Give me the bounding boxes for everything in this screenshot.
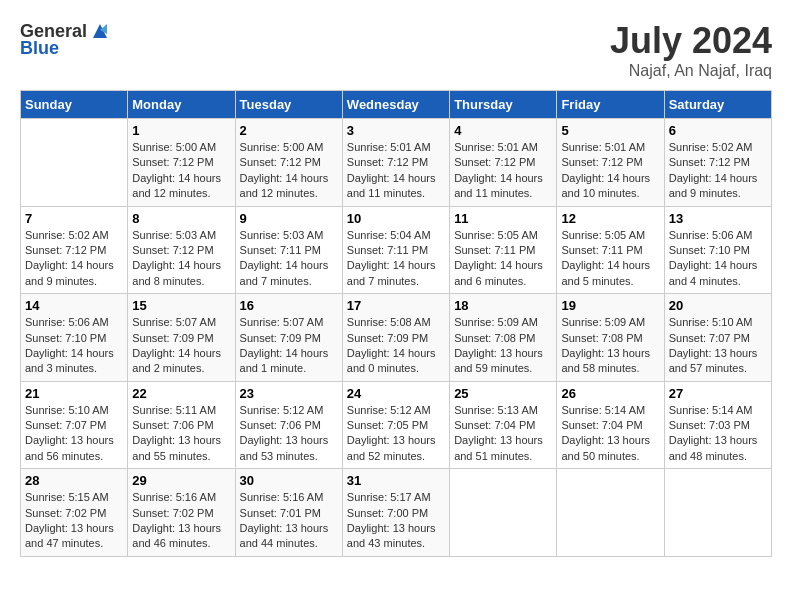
calendar-cell: 25Sunrise: 5:13 AM Sunset: 7:04 PM Dayli… bbox=[450, 381, 557, 469]
day-number: 14 bbox=[25, 298, 123, 313]
calendar-week-row: 1Sunrise: 5:00 AM Sunset: 7:12 PM Daylig… bbox=[21, 119, 772, 207]
calendar-cell bbox=[21, 119, 128, 207]
day-info: Sunrise: 5:00 AM Sunset: 7:12 PM Dayligh… bbox=[240, 140, 338, 202]
day-info: Sunrise: 5:01 AM Sunset: 7:12 PM Dayligh… bbox=[347, 140, 445, 202]
day-info: Sunrise: 5:00 AM Sunset: 7:12 PM Dayligh… bbox=[132, 140, 230, 202]
day-number: 8 bbox=[132, 211, 230, 226]
calendar-cell: 19Sunrise: 5:09 AM Sunset: 7:08 PM Dayli… bbox=[557, 294, 664, 382]
day-number: 1 bbox=[132, 123, 230, 138]
calendar-cell: 24Sunrise: 5:12 AM Sunset: 7:05 PM Dayli… bbox=[342, 381, 449, 469]
logo: General Blue bbox=[20, 20, 111, 59]
day-number: 2 bbox=[240, 123, 338, 138]
calendar-cell bbox=[664, 469, 771, 557]
page-title: July 2024 bbox=[610, 20, 772, 62]
calendar-cell: 8Sunrise: 5:03 AM Sunset: 7:12 PM Daylig… bbox=[128, 206, 235, 294]
day-number: 30 bbox=[240, 473, 338, 488]
weekday-header: Sunday bbox=[21, 91, 128, 119]
calendar-week-row: 14Sunrise: 5:06 AM Sunset: 7:10 PM Dayli… bbox=[21, 294, 772, 382]
weekday-header: Wednesday bbox=[342, 91, 449, 119]
day-info: Sunrise: 5:03 AM Sunset: 7:12 PM Dayligh… bbox=[132, 228, 230, 290]
calendar-cell: 6Sunrise: 5:02 AM Sunset: 7:12 PM Daylig… bbox=[664, 119, 771, 207]
weekday-header-row: SundayMondayTuesdayWednesdayThursdayFrid… bbox=[21, 91, 772, 119]
calendar-cell: 3Sunrise: 5:01 AM Sunset: 7:12 PM Daylig… bbox=[342, 119, 449, 207]
calendar-cell: 9Sunrise: 5:03 AM Sunset: 7:11 PM Daylig… bbox=[235, 206, 342, 294]
day-number: 16 bbox=[240, 298, 338, 313]
day-info: Sunrise: 5:11 AM Sunset: 7:06 PM Dayligh… bbox=[132, 403, 230, 465]
weekday-header: Monday bbox=[128, 91, 235, 119]
day-info: Sunrise: 5:02 AM Sunset: 7:12 PM Dayligh… bbox=[669, 140, 767, 202]
day-number: 9 bbox=[240, 211, 338, 226]
day-info: Sunrise: 5:07 AM Sunset: 7:09 PM Dayligh… bbox=[240, 315, 338, 377]
day-info: Sunrise: 5:06 AM Sunset: 7:10 PM Dayligh… bbox=[669, 228, 767, 290]
calendar-week-row: 28Sunrise: 5:15 AM Sunset: 7:02 PM Dayli… bbox=[21, 469, 772, 557]
day-number: 17 bbox=[347, 298, 445, 313]
day-number: 6 bbox=[669, 123, 767, 138]
day-info: Sunrise: 5:09 AM Sunset: 7:08 PM Dayligh… bbox=[454, 315, 552, 377]
day-number: 10 bbox=[347, 211, 445, 226]
day-info: Sunrise: 5:03 AM Sunset: 7:11 PM Dayligh… bbox=[240, 228, 338, 290]
day-info: Sunrise: 5:10 AM Sunset: 7:07 PM Dayligh… bbox=[669, 315, 767, 377]
day-info: Sunrise: 5:04 AM Sunset: 7:11 PM Dayligh… bbox=[347, 228, 445, 290]
calendar-cell: 17Sunrise: 5:08 AM Sunset: 7:09 PM Dayli… bbox=[342, 294, 449, 382]
calendar-cell: 1Sunrise: 5:00 AM Sunset: 7:12 PM Daylig… bbox=[128, 119, 235, 207]
page-header: General Blue July 2024 Najaf, An Najaf, … bbox=[20, 20, 772, 80]
day-number: 22 bbox=[132, 386, 230, 401]
weekday-header: Thursday bbox=[450, 91, 557, 119]
calendar-cell: 15Sunrise: 5:07 AM Sunset: 7:09 PM Dayli… bbox=[128, 294, 235, 382]
calendar-cell: 31Sunrise: 5:17 AM Sunset: 7:00 PM Dayli… bbox=[342, 469, 449, 557]
day-info: Sunrise: 5:08 AM Sunset: 7:09 PM Dayligh… bbox=[347, 315, 445, 377]
day-number: 23 bbox=[240, 386, 338, 401]
day-info: Sunrise: 5:06 AM Sunset: 7:10 PM Dayligh… bbox=[25, 315, 123, 377]
day-number: 20 bbox=[669, 298, 767, 313]
day-number: 29 bbox=[132, 473, 230, 488]
calendar-cell: 26Sunrise: 5:14 AM Sunset: 7:04 PM Dayli… bbox=[557, 381, 664, 469]
calendar-cell: 18Sunrise: 5:09 AM Sunset: 7:08 PM Dayli… bbox=[450, 294, 557, 382]
day-number: 28 bbox=[25, 473, 123, 488]
weekday-header: Tuesday bbox=[235, 91, 342, 119]
calendar-table: SundayMondayTuesdayWednesdayThursdayFrid… bbox=[20, 90, 772, 557]
day-number: 7 bbox=[25, 211, 123, 226]
calendar-cell bbox=[557, 469, 664, 557]
day-number: 3 bbox=[347, 123, 445, 138]
logo-blue: Blue bbox=[20, 38, 59, 59]
day-info: Sunrise: 5:17 AM Sunset: 7:00 PM Dayligh… bbox=[347, 490, 445, 552]
day-number: 18 bbox=[454, 298, 552, 313]
day-info: Sunrise: 5:02 AM Sunset: 7:12 PM Dayligh… bbox=[25, 228, 123, 290]
calendar-cell: 5Sunrise: 5:01 AM Sunset: 7:12 PM Daylig… bbox=[557, 119, 664, 207]
day-number: 21 bbox=[25, 386, 123, 401]
calendar-cell: 2Sunrise: 5:00 AM Sunset: 7:12 PM Daylig… bbox=[235, 119, 342, 207]
page-subtitle: Najaf, An Najaf, Iraq bbox=[610, 62, 772, 80]
calendar-cell: 12Sunrise: 5:05 AM Sunset: 7:11 PM Dayli… bbox=[557, 206, 664, 294]
day-info: Sunrise: 5:09 AM Sunset: 7:08 PM Dayligh… bbox=[561, 315, 659, 377]
day-number: 4 bbox=[454, 123, 552, 138]
day-info: Sunrise: 5:12 AM Sunset: 7:06 PM Dayligh… bbox=[240, 403, 338, 465]
calendar-cell: 21Sunrise: 5:10 AM Sunset: 7:07 PM Dayli… bbox=[21, 381, 128, 469]
calendar-cell: 7Sunrise: 5:02 AM Sunset: 7:12 PM Daylig… bbox=[21, 206, 128, 294]
day-info: Sunrise: 5:07 AM Sunset: 7:09 PM Dayligh… bbox=[132, 315, 230, 377]
calendar-cell: 23Sunrise: 5:12 AM Sunset: 7:06 PM Dayli… bbox=[235, 381, 342, 469]
day-number: 19 bbox=[561, 298, 659, 313]
calendar-cell: 27Sunrise: 5:14 AM Sunset: 7:03 PM Dayli… bbox=[664, 381, 771, 469]
day-info: Sunrise: 5:12 AM Sunset: 7:05 PM Dayligh… bbox=[347, 403, 445, 465]
day-info: Sunrise: 5:01 AM Sunset: 7:12 PM Dayligh… bbox=[561, 140, 659, 202]
day-info: Sunrise: 5:14 AM Sunset: 7:03 PM Dayligh… bbox=[669, 403, 767, 465]
day-info: Sunrise: 5:05 AM Sunset: 7:11 PM Dayligh… bbox=[454, 228, 552, 290]
day-number: 5 bbox=[561, 123, 659, 138]
day-info: Sunrise: 5:16 AM Sunset: 7:02 PM Dayligh… bbox=[132, 490, 230, 552]
logo-icon bbox=[89, 20, 111, 42]
calendar-cell bbox=[450, 469, 557, 557]
weekday-header: Saturday bbox=[664, 91, 771, 119]
calendar-cell: 14Sunrise: 5:06 AM Sunset: 7:10 PM Dayli… bbox=[21, 294, 128, 382]
weekday-header: Friday bbox=[557, 91, 664, 119]
day-info: Sunrise: 5:01 AM Sunset: 7:12 PM Dayligh… bbox=[454, 140, 552, 202]
calendar-cell: 29Sunrise: 5:16 AM Sunset: 7:02 PM Dayli… bbox=[128, 469, 235, 557]
day-number: 27 bbox=[669, 386, 767, 401]
day-info: Sunrise: 5:14 AM Sunset: 7:04 PM Dayligh… bbox=[561, 403, 659, 465]
calendar-cell: 13Sunrise: 5:06 AM Sunset: 7:10 PM Dayli… bbox=[664, 206, 771, 294]
calendar-cell: 30Sunrise: 5:16 AM Sunset: 7:01 PM Dayli… bbox=[235, 469, 342, 557]
calendar-cell: 22Sunrise: 5:11 AM Sunset: 7:06 PM Dayli… bbox=[128, 381, 235, 469]
day-number: 26 bbox=[561, 386, 659, 401]
day-number: 12 bbox=[561, 211, 659, 226]
day-info: Sunrise: 5:15 AM Sunset: 7:02 PM Dayligh… bbox=[25, 490, 123, 552]
calendar-week-row: 21Sunrise: 5:10 AM Sunset: 7:07 PM Dayli… bbox=[21, 381, 772, 469]
